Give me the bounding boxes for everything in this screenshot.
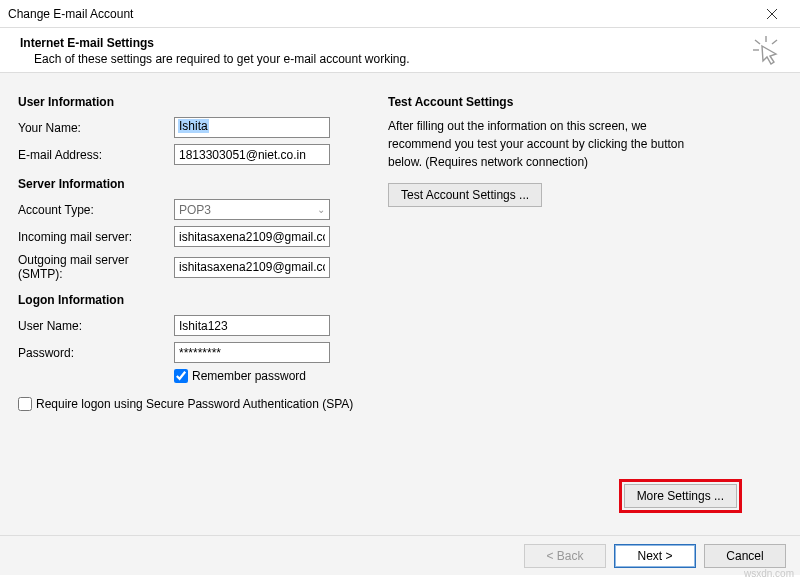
your-name-label: Your Name: xyxy=(18,121,174,135)
footer: < Back Next > Cancel xyxy=(0,535,800,575)
email-input[interactable] xyxy=(174,144,330,165)
account-type-select: POP3 ⌄ xyxy=(174,199,330,220)
server-info-heading: Server Information xyxy=(18,177,358,191)
back-button: < Back xyxy=(524,544,606,568)
close-icon xyxy=(766,8,778,20)
outgoing-server-input[interactable] xyxy=(174,257,330,278)
titlebar: Change E-mail Account xyxy=(0,0,800,28)
svg-line-3 xyxy=(755,40,760,44)
cursor-click-icon xyxy=(750,34,782,66)
outgoing-server-label: Outgoing mail server (SMTP): xyxy=(18,253,174,281)
watermark: wsxdn.com xyxy=(744,568,794,579)
email-label: E-mail Address: xyxy=(18,148,174,162)
username-label: User Name: xyxy=(18,319,174,333)
right-column: Test Account Settings After filling out … xyxy=(388,95,782,525)
incoming-server-label: Incoming mail server: xyxy=(18,230,174,244)
header-title: Internet E-mail Settings xyxy=(20,36,750,50)
header-subtitle: Each of these settings are required to g… xyxy=(20,52,750,66)
username-input[interactable] xyxy=(174,315,330,336)
remember-password-checkbox[interactable] xyxy=(174,369,188,383)
window-title: Change E-mail Account xyxy=(8,7,752,21)
account-type-value: POP3 xyxy=(179,203,211,217)
more-settings-button[interactable]: More Settings ... xyxy=(624,484,737,508)
logon-info-heading: Logon Information xyxy=(18,293,358,307)
close-button[interactable] xyxy=(752,0,792,27)
cancel-button[interactable]: Cancel xyxy=(704,544,786,568)
account-type-label: Account Type: xyxy=(18,203,174,217)
incoming-server-input[interactable] xyxy=(174,226,330,247)
content-area: User Information Your Name: Ishita E-mai… xyxy=(0,73,800,535)
svg-line-4 xyxy=(772,40,777,44)
chevron-down-icon: ⌄ xyxy=(317,204,325,215)
test-account-button[interactable]: Test Account Settings ... xyxy=(388,183,542,207)
password-label: Password: xyxy=(18,346,174,360)
more-settings-highlight: More Settings ... xyxy=(619,479,742,513)
next-button[interactable]: Next > xyxy=(614,544,696,568)
test-settings-heading: Test Account Settings xyxy=(388,95,782,109)
spa-label: Require logon using Secure Password Auth… xyxy=(36,397,353,411)
remember-password-label: Remember password xyxy=(192,369,306,383)
user-info-heading: User Information xyxy=(18,95,358,109)
left-column: User Information Your Name: Ishita E-mai… xyxy=(18,95,358,525)
spa-checkbox[interactable] xyxy=(18,397,32,411)
password-input[interactable] xyxy=(174,342,330,363)
your-name-input[interactable] xyxy=(174,117,330,138)
header: Internet E-mail Settings Each of these s… xyxy=(0,28,800,73)
test-settings-text: After filling out the information on thi… xyxy=(388,117,688,171)
